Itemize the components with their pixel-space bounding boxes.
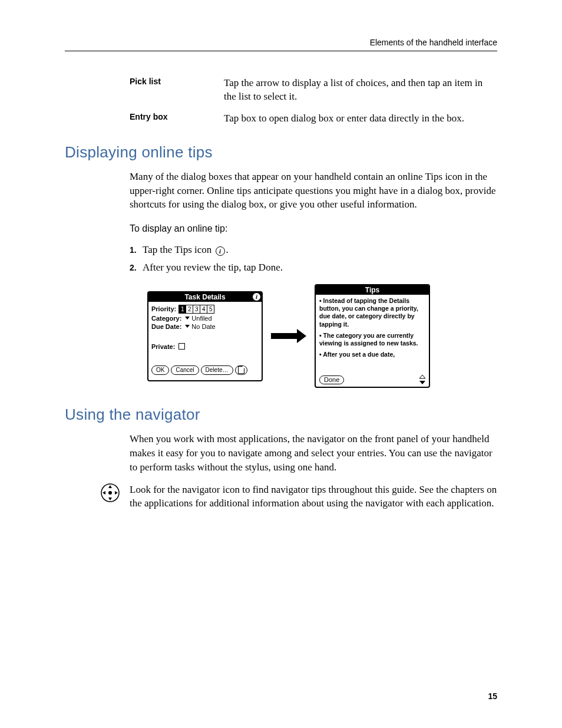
note-icon [238, 366, 244, 374]
dialog-titlebar: Task Details i [148, 292, 262, 302]
dialog-title: Task Details [184, 293, 225, 301]
svg-point-3 [108, 491, 112, 495]
section-b-p1: When you work with most applications, th… [130, 432, 497, 474]
step-number: 1. [130, 244, 143, 256]
priority-option[interactable]: 4 [200, 305, 207, 313]
dropdown-arrow-icon[interactable] [185, 317, 190, 319]
step-2: 2. After you review the tip, tap Done. [130, 262, 497, 274]
svg-marker-0 [419, 375, 425, 378]
done-button[interactable]: Done [319, 375, 344, 384]
dialog-titlebar: Tips [316, 285, 429, 295]
definition-picklist: Pick list Tap the arrow to display a lis… [65, 77, 497, 104]
dropdown-arrow-icon[interactable] [185, 325, 190, 328]
section-b-p2: Look for the navigator icon to find navi… [130, 483, 497, 511]
step-1: 1. Tap the Tips icon i. [130, 244, 497, 256]
svg-marker-5 [108, 498, 112, 500]
heading-using-navigator: Using the navigator [65, 406, 497, 424]
svg-marker-1 [419, 381, 425, 384]
priority-option[interactable]: 2 [186, 305, 193, 313]
definition-entrybox: Entry box Tap box to open dialog box or … [65, 112, 497, 126]
navigator-icon [100, 483, 120, 505]
definition-term: Entry box [65, 112, 224, 126]
svg-marker-4 [108, 485, 112, 488]
tips-info-icon[interactable]: i [253, 293, 260, 301]
definition-term: Pick list [65, 77, 224, 104]
step-text: After you review the tip, tap Done. [143, 262, 283, 274]
tip-text: • The category you are currently viewing… [319, 332, 425, 347]
private-label: Private: [151, 343, 175, 350]
priority-option[interactable]: 3 [193, 305, 200, 313]
heading-displaying-tips: Displaying online tips [65, 143, 497, 162]
running-header: Elements of the handheld interface [65, 38, 497, 51]
tips-info-icon: i [216, 246, 225, 256]
figure-tips-flow: Task Details i Priority: 1 2 3 4 5 [147, 284, 497, 388]
duedate-value[interactable]: No Date [191, 323, 215, 330]
svg-marker-7 [115, 491, 118, 495]
page-number: 15 [488, 691, 497, 701]
category-label: Category: [151, 315, 181, 322]
task-heading: To display an online tip: [130, 223, 497, 234]
priority-option[interactable]: 5 [207, 305, 214, 313]
ok-button[interactable]: OK [151, 365, 169, 375]
task-details-dialog: Task Details i Priority: 1 2 3 4 5 [147, 291, 263, 381]
priority-picker[interactable]: 1 2 3 4 5 [178, 305, 214, 314]
dialog-title: Tips [365, 286, 379, 294]
cancel-button[interactable]: Cancel [171, 365, 199, 375]
section-a-intro: Many of the dialog boxes that appear on … [130, 170, 497, 212]
duedate-label: Due Date: [151, 323, 181, 330]
step-text-trail: . [226, 244, 229, 255]
definition-desc: Tap the arrow to display a list of choic… [224, 77, 497, 104]
tip-text: • Instead of tapping the Details button,… [319, 297, 425, 328]
arrow-right-icon [271, 329, 306, 343]
tips-dialog: Tips • Instead of tapping the Details bu… [315, 284, 430, 388]
priority-option[interactable]: 1 [179, 305, 186, 313]
scroll-arrows-icon[interactable] [419, 375, 425, 384]
svg-marker-6 [103, 491, 105, 495]
step-text: Tap the Tips icon [143, 244, 214, 255]
definition-desc: Tap box to open dialog box or enter data… [224, 112, 497, 126]
step-number: 2. [130, 262, 143, 274]
private-checkbox[interactable] [178, 343, 185, 350]
priority-label: Priority: [151, 305, 176, 312]
note-button[interactable] [235, 365, 247, 375]
category-value[interactable]: Unfiled [191, 315, 211, 322]
delete-button[interactable]: Delete… [201, 365, 233, 375]
tip-text: • After you set a due date, [319, 351, 425, 358]
